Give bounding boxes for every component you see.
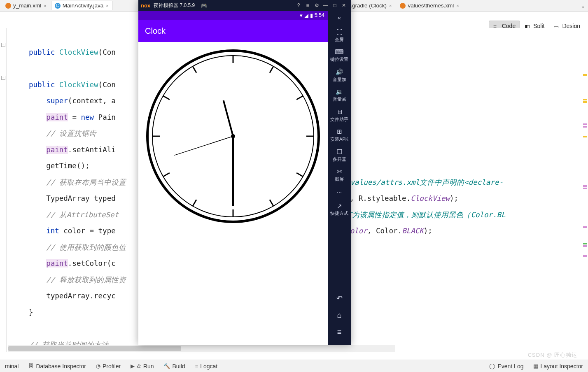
- error-stripe[interactable]: [582, 49, 587, 347]
- menu-icon[interactable]: ≡: [303, 2, 312, 8]
- android-home-button[interactable]: ⌂: [337, 307, 342, 324]
- clock-view: [138, 42, 328, 345]
- fold-toggle[interactable]: −: [1, 76, 5, 80]
- tab-themes-xml[interactable]: values\themes.xml ×: [396, 1, 462, 10]
- emulator-screen[interactable]: ▾ ◢ ▮ 5:54 Clock: [138, 11, 328, 345]
- gamepad-icon[interactable]: 🎮: [201, 2, 207, 9]
- file-icon: 🖥: [330, 108, 349, 116]
- minimize-icon[interactable]: —: [321, 2, 330, 8]
- code-text: Pain: [94, 113, 116, 121]
- app-title: Clock: [145, 26, 166, 36]
- side-collapse[interactable]: «: [330, 12, 349, 26]
- field: paint: [46, 259, 68, 267]
- stripe-mark[interactable]: [583, 226, 587, 228]
- side-label: 安装APK: [330, 137, 348, 142]
- tool-logcat[interactable]: ≡ Logcat: [190, 363, 223, 370]
- code-text: .setColor(c: [68, 259, 116, 267]
- side-install-apk[interactable]: ⊞安装APK: [330, 126, 349, 146]
- settings-icon[interactable]: ⚙: [312, 2, 321, 8]
- signal-icon: ◢: [304, 12, 308, 19]
- side-multi-instance[interactable]: ❐多开器: [330, 146, 349, 166]
- stripe-mark[interactable]: [583, 243, 587, 244]
- emulator-sidebar: « ⛶全屏 ⌨键位设置 🔊音量加 🔉音量减 🖥文件助手 ⊞安装APK ❐多开器 …: [328, 11, 351, 345]
- side-volume-up[interactable]: 🔊音量加: [330, 66, 349, 86]
- tool-profiler[interactable]: ◔ Profiler: [91, 363, 126, 370]
- log-icon: ≡: [195, 363, 198, 369]
- side-screenshot[interactable]: ✄截屏: [330, 165, 349, 186]
- layers-icon: ▦: [533, 363, 538, 369]
- svg-line-6: [296, 173, 303, 177]
- help-icon[interactable]: ?: [294, 2, 303, 8]
- close-icon[interactable]: ×: [456, 3, 459, 8]
- maximize-icon[interactable]: □: [330, 2, 339, 8]
- side-file-helper[interactable]: 🖥文件助手: [330, 106, 349, 126]
- const: BLACK: [402, 227, 424, 235]
- comment: // 使用获取到的颜色值: [46, 243, 126, 251]
- styleable-ref: ClockView: [411, 194, 450, 202]
- side-keymap[interactable]: ⌨键位设置: [330, 46, 349, 66]
- android-recents-button[interactable]: ≡: [337, 324, 342, 341]
- code-text: );: [424, 227, 432, 235]
- horizontal-scrollbar[interactable]: [8, 345, 395, 352]
- stripe-mark[interactable]: [583, 123, 587, 125]
- close-icon[interactable]: ×: [106, 3, 108, 8]
- chevron-left-icon: «: [330, 14, 349, 22]
- stripe-mark[interactable]: [583, 255, 587, 257]
- stripe-mark[interactable]: [583, 188, 587, 189]
- side-volume-down[interactable]: 🔉音量减: [330, 86, 349, 106]
- close-icon[interactable]: ×: [44, 3, 46, 8]
- tool-database-inspector[interactable]: 🗄 Database Inspector: [23, 363, 91, 370]
- tool-terminal[interactable]: minal: [0, 363, 23, 370]
- keyword: new: [81, 113, 94, 121]
- field: paint: [46, 146, 68, 154]
- tool-build[interactable]: 🔨 Build: [159, 363, 190, 370]
- svg-line-12: [163, 96, 170, 100]
- code-text: }: [29, 308, 33, 316]
- stripe-mark[interactable]: [583, 99, 587, 100]
- side-label: 音量加: [333, 77, 346, 82]
- status-time: 5:54: [315, 12, 324, 18]
- scrollbar-thumb[interactable]: [8, 346, 181, 351]
- android-back-button[interactable]: ↶: [336, 290, 343, 307]
- tool-label: Logcat: [200, 363, 217, 370]
- side-fullscreen[interactable]: ⛶全屏: [330, 26, 349, 46]
- tool-label: Build: [172, 363, 185, 370]
- close-icon[interactable]: ✕: [339, 2, 348, 8]
- tool-label: minal: [5, 363, 19, 370]
- fold-toggle[interactable]: −: [1, 43, 5, 47]
- keyword: public: [29, 48, 55, 56]
- stripe-mark[interactable]: [583, 74, 587, 76]
- tab-main-xml[interactable]: y_main.xml ×: [2, 1, 50, 10]
- tool-event-log[interactable]: ◯ Event Log: [484, 363, 528, 370]
- tool-layout-inspector[interactable]: ▦ Layout Inspector: [528, 363, 588, 370]
- field: paint: [46, 113, 68, 121]
- keyword: super: [46, 97, 68, 105]
- balloon-icon: ◯: [489, 363, 495, 369]
- bottom-tool-bar: minal 🗄 Database Inspector ◔ Profiler ▶ …: [0, 360, 588, 372]
- type: ClockView: [59, 48, 98, 56]
- tab-label: y_main.xml: [13, 2, 41, 9]
- xml-file-icon: [573, 3, 579, 9]
- play-icon: ▶: [131, 363, 135, 369]
- stripe-mark[interactable]: [583, 101, 587, 103]
- side-more[interactable]: ···: [330, 186, 349, 200]
- tab-mainactivity-java[interactable]: C MainActivity.java ×: [51, 1, 112, 10]
- stripe-mark[interactable]: [583, 185, 587, 187]
- chevron-down-icon[interactable]: ⌄: [581, 2, 586, 9]
- emulator-title-bar[interactable]: nox 夜神模拟器 7.0.5.9 🎮 ? ≡ ⚙ — □ ✕: [138, 0, 351, 11]
- code-text: TypedArray typed: [46, 194, 116, 202]
- side-shortcut[interactable]: ↗快捷方式: [330, 200, 349, 220]
- svg-line-10: [163, 173, 170, 177]
- tool-label: Event Log: [497, 363, 523, 370]
- xml-file-icon: [400, 3, 406, 9]
- side-label: 文件助手: [330, 117, 348, 122]
- stripe-mark[interactable]: [583, 126, 587, 128]
- multi-icon: ❐: [330, 148, 349, 156]
- emulator-title: 夜神模拟器 7.0.5.9: [154, 2, 195, 9]
- editor-gutter[interactable]: − −: [0, 28, 7, 352]
- stripe-mark[interactable]: [583, 136, 587, 137]
- tool-run[interactable]: ▶ 4: Run: [126, 363, 159, 370]
- stripe-mark[interactable]: [583, 245, 587, 247]
- close-icon[interactable]: ×: [389, 3, 392, 8]
- svg-line-3: [270, 66, 273, 73]
